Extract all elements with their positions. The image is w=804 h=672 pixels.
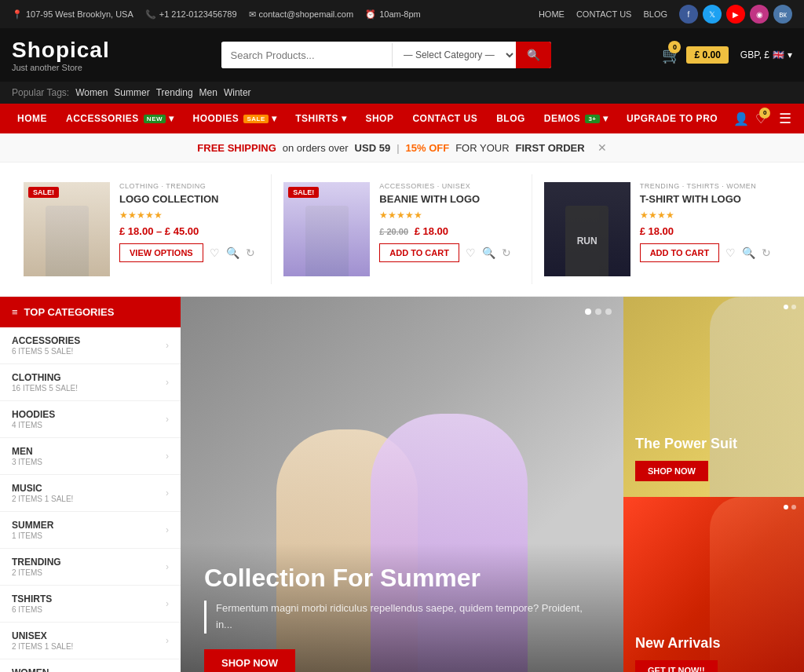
nav-tags: Popular Tags: Women Summer Trending Men …: [0, 82, 804, 104]
sidebar-item-unisex-sub: 2 ITEMS 1 SALE!: [12, 642, 73, 651]
right-panels: The Power Suit SHOP NOW New Arrivals GET…: [623, 297, 804, 672]
product-inner-1: SALE! CLOTHING · TRENDING LOGO COLLECTIO…: [24, 182, 259, 276]
product-info-1: CLOTHING · TRENDING LOGO COLLECTION ★★★★…: [119, 182, 259, 276]
nav-tshirts[interactable]: TSHIRTS ▾: [286, 104, 356, 133]
top-bar-left: 📍 107-95 West Brooklyn, USA 📞 +1 212-012…: [12, 9, 421, 20]
sidebar-item-music-info: MUSIC 2 ITEMS 1 SALE!: [12, 483, 73, 503]
nav-account-icon[interactable]: 👤: [733, 111, 749, 126]
panel-1-content: The Power Suit SHOP NOW: [623, 420, 749, 497]
nav-contact[interactable]: CONTACT US: [403, 104, 487, 133]
nav-wishlist-icon[interactable]: ♡ 0: [755, 111, 766, 126]
add-to-cart-button-3[interactable]: ADD TO CART: [640, 243, 720, 262]
social-icons: f 𝕏 ▶ ◉ вк: [679, 5, 792, 24]
panel-power-suit: The Power Suit SHOP NOW: [623, 297, 804, 497]
search-icon-2[interactable]: 🔍: [482, 247, 495, 259]
list-icon: ≡: [12, 306, 18, 318]
sidebar-item-summer-info: SUMMER 1 ITEMS: [12, 520, 53, 540]
search-icon-1[interactable]: 🔍: [226, 247, 239, 259]
tag-winter[interactable]: Winter: [224, 87, 251, 98]
top-bar-right: HOME CONTACT US BLOG f 𝕏 ▶ ◉ вк: [539, 5, 792, 24]
panel-1-dot-1[interactable]: [784, 305, 788, 309]
sidebar-item-summer[interactable]: SUMMER 1 ITEMS ›: [0, 512, 181, 549]
sidebar-item-trending[interactable]: TRENDING 2 ITEMS ›: [0, 549, 181, 586]
product-image-3: RUN: [544, 182, 630, 276]
topbar-home-link[interactable]: HOME: [539, 9, 565, 19]
panel-2-dot-1[interactable]: [784, 505, 788, 509]
banner-shop-now-button[interactable]: SHOP NOW: [204, 649, 295, 672]
topbar-blog-link[interactable]: BLOG: [643, 9, 667, 19]
add-to-cart-button-2[interactable]: ADD TO CART: [379, 243, 459, 262]
sidebar-item-tshirts[interactable]: TSHIRTS 6 ITEMS ›: [0, 586, 181, 623]
twitter-icon[interactable]: 𝕏: [703, 5, 722, 24]
sidebar-item-clothing[interactable]: CLOTHING 16 ITEMS 5 SALE! ›: [0, 364, 181, 401]
nav-upgrade[interactable]: UPGRADE TO PRO: [617, 104, 727, 133]
sidebar-item-hoodies-label: HOODIES: [12, 409, 55, 420]
sidebar-item-music[interactable]: MUSIC 2 ITEMS 1 SALE! ›: [0, 475, 181, 512]
search-icon-3[interactable]: 🔍: [742, 247, 755, 259]
hamburger-icon[interactable]: ☰: [773, 104, 798, 133]
chevron-right-icon: ›: [166, 524, 169, 535]
currency-selector[interactable]: GBP, £ 🇬🇧 ▾: [740, 49, 792, 60]
nav-demos[interactable]: DEMOS 3+ ▾: [535, 104, 617, 133]
cart-price: £ 0.00: [686, 46, 728, 64]
search-input[interactable]: [221, 42, 392, 68]
sidebar-item-unisex-label: UNISEX: [12, 630, 73, 641]
youtube-icon[interactable]: ▶: [726, 5, 745, 24]
tag-men[interactable]: Men: [199, 87, 217, 98]
view-options-button-1[interactable]: VIEW OPTIONS: [119, 243, 203, 262]
banner-description: Fermentum magni morbi ridiculus repellen…: [204, 601, 600, 634]
wishlist-icon-1[interactable]: ♡: [210, 247, 220, 259]
instagram-icon[interactable]: ◉: [750, 5, 769, 24]
sidebar-item-men[interactable]: MEN 3 ITEMS ›: [0, 438, 181, 475]
currency-label: GBP, £: [740, 49, 769, 60]
vk-icon[interactable]: вк: [773, 5, 792, 24]
product-cats-1: CLOTHING · TRENDING: [119, 182, 259, 190]
sidebar-item-accessories[interactable]: ACCESSORIES 6 ITEMS 5 SALE! ›: [0, 327, 181, 364]
nav-blog[interactable]: BLOG: [487, 104, 535, 133]
refresh-icon-3[interactable]: ↻: [762, 247, 771, 259]
banner-title: Collection For Summer: [204, 563, 600, 593]
product-inner-2: SALE! ACCESSORIES · UNISEX BEANIE WITH L…: [283, 182, 519, 276]
topbar-contact-link[interactable]: CONTACT US: [576, 9, 632, 19]
address: 📍 107-95 West Brooklyn, USA: [12, 9, 133, 20]
chevron-right-icon: ›: [166, 598, 169, 609]
facebook-icon[interactable]: f: [679, 5, 698, 24]
cart-button[interactable]: 🛒 0 £ 0.00: [662, 46, 728, 64]
sidebar-item-accessories-info: ACCESSORIES 6 ITEMS 5 SALE!: [12, 335, 80, 356]
wishlist-icon-2[interactable]: ♡: [466, 247, 476, 259]
email-icon: ✉: [249, 9, 256, 20]
search-button[interactable]: 🔍: [516, 42, 551, 68]
nav-accessories[interactable]: ACCESSORIES NEW ▾: [57, 104, 184, 133]
hoodies-badge: SALE: [243, 115, 268, 123]
banner-dot-2[interactable]: [595, 309, 601, 315]
product-price-old-2: £ 20.00: [379, 227, 408, 236]
tag-women[interactable]: Women: [75, 87, 108, 98]
nav-home[interactable]: HOME: [8, 104, 57, 133]
refresh-icon-2[interactable]: ↻: [502, 247, 511, 259]
nav-shop[interactable]: SHOP: [356, 104, 403, 133]
sidebar-item-women[interactable]: WOMEN 2 ITEMS ›: [0, 659, 181, 672]
banner-dot-1[interactable]: [585, 309, 591, 315]
header: Shopical Just another Store — Select Cat…: [0, 28, 804, 82]
phone: 📞 +1 212-0123456789: [145, 9, 237, 20]
refresh-icon-1[interactable]: ↻: [246, 247, 255, 259]
wishlist-icon-3[interactable]: ♡: [725, 247, 736, 259]
banner-dot-3[interactable]: [605, 309, 612, 315]
nav-hoodies[interactable]: HOODIES SALE ▾: [184, 104, 287, 133]
panel-1-dot-2[interactable]: [791, 305, 796, 309]
product-title-3: T-SHIRT WITH LOGO: [640, 193, 780, 205]
free-shipping-label: FREE SHIPPING: [197, 142, 276, 154]
sidebar-item-trending-info: TRENDING 2 ITEMS: [12, 557, 61, 577]
sidebar-item-unisex[interactable]: UNISEX 2 ITEMS 1 SALE! ›: [0, 623, 181, 659]
promo-close-button[interactable]: ✕: [598, 141, 607, 154]
tag-summer[interactable]: Summer: [114, 87, 149, 98]
sidebar-item-hoodies[interactable]: HOODIES 4 ITEMS ›: [0, 401, 181, 438]
sidebar-item-trending-label: TRENDING: [12, 557, 61, 568]
product-stars-1: ★★★★★: [119, 210, 259, 221]
panel-1-shop-button[interactable]: SHOP NOW: [635, 461, 708, 481]
category-select[interactable]: — Select Category —: [393, 42, 516, 68]
tag-trending[interactable]: Trending: [156, 87, 193, 98]
product-price-range-1: £ 18.00 – £ 45.00: [119, 225, 199, 237]
panel-2-dot-2[interactable]: [791, 505, 796, 509]
panel-2-shop-button[interactable]: GET IT NOW!!: [635, 660, 718, 672]
